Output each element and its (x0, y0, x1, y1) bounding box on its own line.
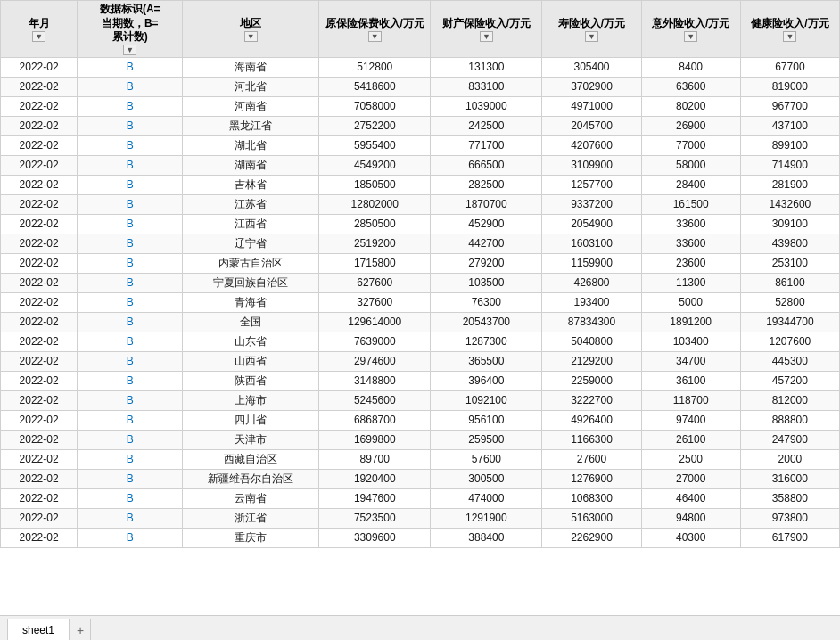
cell-marker: B (78, 351, 183, 371)
table-row[interactable]: 2022-02B云南省19476004740001068300464003588… (1, 488, 840, 508)
cell-premium: 327600 (319, 292, 431, 312)
table-row[interactable]: 2022-02B全国129614000205437008783430018912… (1, 312, 840, 332)
table-row[interactable]: 2022-02B湖南省45492006665003109900580007149… (1, 155, 840, 175)
cell-accident: 26100 (641, 430, 740, 449)
table-body: 2022-02B海南省51280013130030540084006770020… (1, 57, 840, 547)
cell-accident: 23600 (641, 253, 740, 273)
cell-life: 3702900 (542, 77, 641, 96)
cell-accident: 80200 (641, 96, 740, 116)
table-row[interactable]: 2022-02B山西省29746003655002129200347004453… (1, 351, 840, 371)
table-row[interactable]: 2022-02B江西省28505004529002054900336003091… (1, 214, 840, 234)
cell-region: 青海省 (183, 292, 319, 312)
filter-premium-icon[interactable]: ▼ (368, 31, 382, 42)
cell-premium: 1715800 (319, 253, 431, 273)
cell-marker: B (78, 253, 183, 273)
filter-region-icon[interactable]: ▼ (244, 31, 258, 42)
cell-accident: 33600 (641, 234, 740, 253)
cell-property: 1039000 (431, 96, 542, 116)
cell-marker: B (78, 292, 183, 312)
tab-sheet1[interactable]: sheet1 (7, 619, 70, 640)
table-row[interactable]: 2022-02B海南省512800131300305400840067700 (1, 57, 840, 77)
cell-date: 2022-02 (1, 430, 78, 449)
data-table: 年月 ▼ 数据标识(A= 当期数，B= 累计数) (0, 0, 840, 548)
cell-health: 2000 (740, 449, 839, 469)
col-header-premium: 原保险保费收入/万元 ▼ (319, 1, 431, 58)
cell-health: 247900 (740, 430, 839, 449)
table-row[interactable]: 2022-02B湖北省59554007717004207600770008991… (1, 135, 840, 155)
cell-marker: B (78, 371, 183, 390)
cell-date: 2022-02 (1, 410, 78, 430)
add-sheet-button[interactable]: + (70, 619, 91, 640)
table-row[interactable]: 2022-02B黑龙江省2752200242500204570026900437… (1, 116, 840, 135)
col-header-property: 财产保险收入/万元 ▼ (431, 1, 542, 58)
cell-region: 湖南省 (183, 155, 319, 175)
cell-region: 新疆维吾尔自治区 (183, 469, 319, 488)
table-row[interactable]: 2022-02B新疆维吾尔自治区192040030050012769002700… (1, 469, 840, 488)
filter-marker-icon[interactable]: ▼ (123, 45, 136, 55)
cell-premium: 5955400 (319, 135, 431, 155)
cell-marker: B (78, 410, 183, 430)
table-row[interactable]: 2022-02B河北省54186008331003702900636008190… (1, 77, 840, 96)
filter-life-icon[interactable]: ▼ (585, 31, 598, 42)
cell-premium: 2752200 (319, 116, 431, 135)
table-row[interactable]: 2022-02B浙江省75235001291900516300094800973… (1, 508, 840, 528)
table-row[interactable]: 2022-02B河南省70580001039000497100080200967… (1, 96, 840, 116)
cell-region: 西藏自治区 (183, 449, 319, 469)
cell-life: 4971000 (542, 96, 641, 116)
filter-health-icon[interactable]: ▼ (783, 31, 796, 42)
cell-accident: 36100 (641, 371, 740, 390)
table-row[interactable]: 2022-02B上海市52456001092100322270011870081… (1, 390, 840, 410)
cell-date: 2022-02 (1, 194, 78, 214)
table-row[interactable]: 2022-02B江苏省12802000187070093372001615001… (1, 194, 840, 214)
cell-date: 2022-02 (1, 508, 78, 528)
table-row[interactable]: 2022-02B吉林省18505002825001257700284002819… (1, 175, 840, 194)
cell-health: 445300 (740, 351, 839, 371)
cell-life: 2045700 (542, 116, 641, 135)
table-row[interactable]: 2022-02B西藏自治区89700576002760025002000 (1, 449, 840, 469)
cell-date: 2022-02 (1, 351, 78, 371)
table-row[interactable]: 2022-02B青海省32760076300193400500052800 (1, 292, 840, 312)
table-row[interactable]: 2022-02B陕西省31488003964002259000361004572… (1, 371, 840, 390)
filter-accident-icon[interactable]: ▼ (684, 31, 697, 42)
table-row[interactable]: 2022-02B宁夏回族自治区6276001035004268001130086… (1, 273, 840, 292)
cell-life: 1603100 (542, 234, 641, 253)
cell-health: 67700 (740, 57, 839, 77)
cell-property: 1092100 (431, 390, 542, 410)
cell-life: 2262900 (542, 528, 641, 547)
cell-property: 771700 (431, 135, 542, 155)
cell-health: 358800 (740, 488, 839, 508)
cell-marker: B (78, 194, 183, 214)
cell-marker: B (78, 528, 183, 547)
cell-date: 2022-02 (1, 155, 78, 175)
cell-marker: B (78, 77, 183, 96)
cell-health: 899100 (740, 135, 839, 155)
cell-marker: B (78, 155, 183, 175)
cell-health: 1432600 (740, 194, 839, 214)
table-row[interactable]: 2022-02B山东省76390001287300504080010340012… (1, 332, 840, 351)
table-row[interactable]: 2022-02B四川省68687009561004926400974008888… (1, 410, 840, 430)
table-row[interactable]: 2022-02B天津市16998002595001166300261002479… (1, 430, 840, 449)
cell-date: 2022-02 (1, 273, 78, 292)
cell-health: 973800 (740, 508, 839, 528)
table-row[interactable]: 2022-02B重庆市33096003884002262900403006179… (1, 528, 840, 547)
cell-life: 1159900 (542, 253, 641, 273)
cell-life: 193400 (542, 292, 641, 312)
cell-health: 52800 (740, 292, 839, 312)
filter-property-icon[interactable]: ▼ (480, 31, 493, 42)
cell-region: 上海市 (183, 390, 319, 410)
col-header-life: 寿险收入/万元 ▼ (542, 1, 641, 58)
cell-region: 山西省 (183, 351, 319, 371)
filter-date-icon[interactable]: ▼ (32, 31, 45, 42)
cell-marker: B (78, 273, 183, 292)
cell-premium: 2850500 (319, 214, 431, 234)
cell-accident: 26900 (641, 116, 740, 135)
table-row[interactable]: 2022-02B辽宁省25192004427001603100336004398… (1, 234, 840, 253)
cell-date: 2022-02 (1, 77, 78, 96)
cell-date: 2022-02 (1, 292, 78, 312)
cell-property: 396400 (431, 371, 542, 390)
table-row[interactable]: 2022-02B内蒙古自治区17158002792001159900236002… (1, 253, 840, 273)
cell-region: 海南省 (183, 57, 319, 77)
cell-accident: 27000 (641, 469, 740, 488)
col-header-accident: 意外险收入/万元 ▼ (641, 1, 740, 58)
cell-premium: 6868700 (319, 410, 431, 430)
